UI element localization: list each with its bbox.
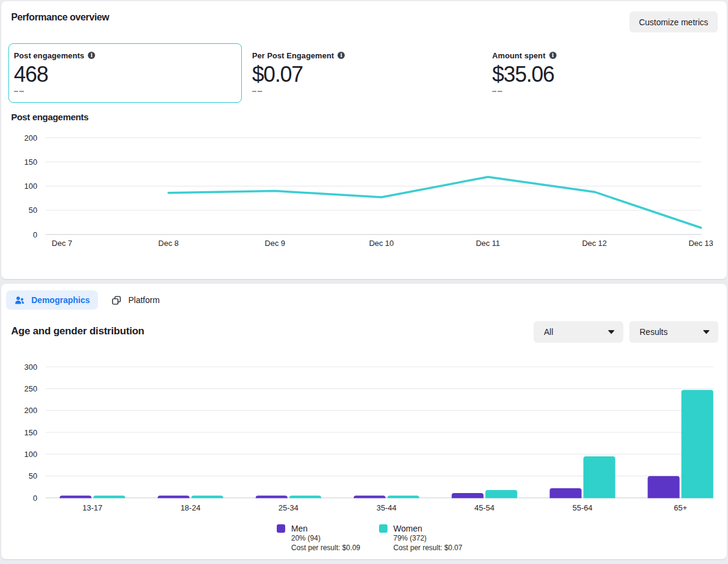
bar-chart-legend: Men 20% (94) Cost per result: $0.09 Wome… xyxy=(277,523,462,553)
svg-text:Dec 8: Dec 8 xyxy=(158,239,179,248)
svg-text:25-34: 25-34 xyxy=(279,503,298,512)
legend-women-cost: Cost per result: $0.07 xyxy=(393,544,463,553)
svg-text:Dec 11: Dec 11 xyxy=(476,239,500,248)
demographics-card: Demographics Platform Age and gender dis… xyxy=(1,284,727,559)
svg-text:Dec 13: Dec 13 xyxy=(688,239,713,248)
women-color-swatch xyxy=(379,524,387,533)
svg-text:100: 100 xyxy=(24,450,37,459)
svg-text:50: 50 xyxy=(29,471,37,480)
legend-men-cost: Cost per result: $0.09 xyxy=(291,544,360,553)
svg-text:45-54: 45-54 xyxy=(475,503,495,512)
men-color-swatch xyxy=(277,524,285,533)
svg-text:0: 0 xyxy=(33,494,37,503)
svg-text:200: 200 xyxy=(24,406,37,415)
svg-text:Dec 7: Dec 7 xyxy=(52,239,72,248)
legend-women-share: 79% (372) xyxy=(393,534,463,544)
legend-men-name: Men xyxy=(291,523,360,534)
legend-entry-men: Men 20% (94) Cost per result: $0.09 xyxy=(277,523,360,553)
svg-text:65+: 65+ xyxy=(674,503,687,512)
age-gender-bar-chart: 05010015020025030013-1718-2425-3435-4445… xyxy=(1,284,727,559)
svg-text:300: 300 xyxy=(24,363,37,372)
svg-text:200: 200 xyxy=(24,133,37,143)
svg-text:0: 0 xyxy=(33,230,37,239)
svg-text:13-17: 13-17 xyxy=(82,503,102,512)
svg-text:50: 50 xyxy=(29,206,37,215)
svg-text:35-44: 35-44 xyxy=(377,503,396,512)
svg-text:55-64: 55-64 xyxy=(572,503,592,512)
legend-women-name: Women xyxy=(393,523,463,534)
legend-entry-women: Women 79% (372) Cost per result: $0.07 xyxy=(379,523,463,553)
performance-overview-card: Performance overview Customize metrics P… xyxy=(1,1,727,279)
svg-text:250: 250 xyxy=(24,384,37,393)
svg-text:Dec 10: Dec 10 xyxy=(369,239,393,248)
svg-text:Dec 12: Dec 12 xyxy=(582,239,606,248)
legend-men-share: 20% (94) xyxy=(291,534,360,544)
engagement-line-chart: 050100150200Dec 7Dec 8Dec 9Dec 10Dec 11D… xyxy=(1,1,727,279)
svg-text:18-24: 18-24 xyxy=(180,503,200,512)
svg-text:150: 150 xyxy=(24,158,37,167)
svg-text:100: 100 xyxy=(24,182,37,191)
svg-text:Dec 9: Dec 9 xyxy=(265,239,285,248)
svg-text:150: 150 xyxy=(24,428,37,437)
